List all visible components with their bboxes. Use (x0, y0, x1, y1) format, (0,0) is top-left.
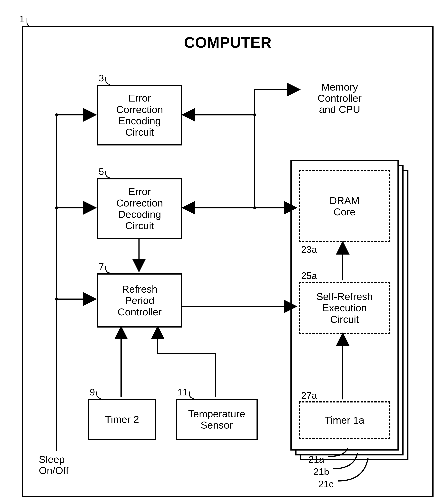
wiring-svg (23, 27, 432, 496)
svg-point-12 (253, 113, 256, 116)
ref-1-tick (27, 18, 32, 27)
svg-point-15 (253, 206, 256, 209)
ref-1: 1 (19, 14, 24, 24)
computer-outer-frame: COMPUTER 1 DRAM Core 23a Self-Refresh Ex… (22, 26, 433, 497)
